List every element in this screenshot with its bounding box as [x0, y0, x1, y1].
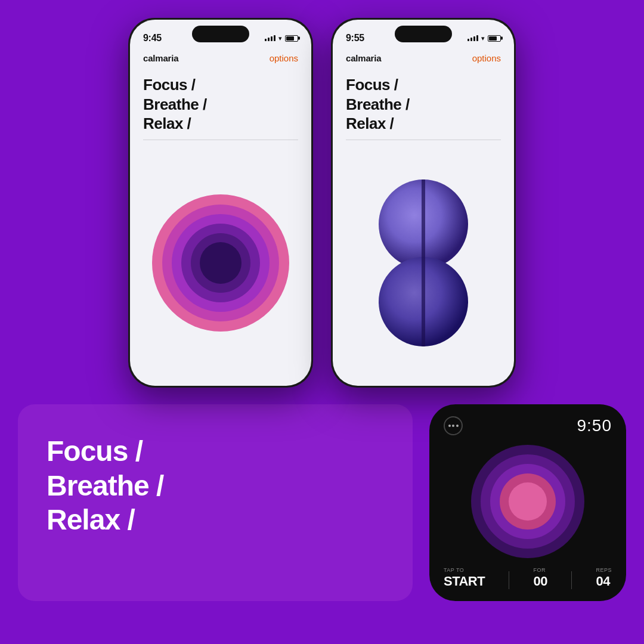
svg-rect-3: [422, 179, 425, 269]
svg-rect-5: [422, 257, 425, 346]
for-label: FOR: [534, 567, 547, 573]
phone-2-hero-text: Focus /Breathe /Relax /: [346, 75, 501, 134]
concentric-circles: [152, 194, 289, 332]
phone-1-visual: [130, 140, 311, 386]
status-bar-2: 9:55 ▾: [333, 20, 514, 48]
status-icons-2: ▾: [467, 35, 501, 42]
figure8-svg: [370, 179, 477, 346]
battery-icon: [285, 35, 298, 42]
phone-1-options[interactable]: options: [270, 53, 298, 63]
watch-card: 9:50 TAP TO START FOR 00 REPS 04: [429, 404, 626, 601]
phone-2-options[interactable]: options: [472, 53, 501, 63]
phone-1-hero-text: Focus /Breathe /Relax /: [143, 75, 298, 134]
watch-divider-2: [571, 571, 572, 589]
for-group: FOR 00: [534, 567, 547, 589]
watch-divider-1: [509, 571, 509, 589]
reps-group: REPS 04: [596, 567, 612, 589]
phone-2: 9:55 ▾ calmaria options Focus /Breathe /…: [331, 18, 516, 388]
purple-card-text: Focus /Breathe /Relax /: [47, 434, 163, 537]
watch-top-row: 9:50: [444, 416, 612, 435]
bottom-row: Focus /Breathe /Relax / 9:50 TAP TO STAR…: [18, 404, 626, 601]
phone-1-logo: calmaria: [143, 53, 178, 63]
wifi-icon: ▾: [278, 35, 282, 42]
signal-icon: [265, 35, 275, 41]
reps-value: 04: [596, 574, 612, 589]
phone-1: 9:45 ▾ calmaria options Focus /Breathe /…: [128, 18, 313, 388]
circle-6: [200, 242, 242, 284]
dynamic-island-1: [192, 26, 249, 42]
dots-icon: [448, 425, 459, 427]
dynamic-island-2: [395, 26, 452, 42]
status-icons-1: ▾: [265, 35, 298, 42]
for-value: 00: [534, 574, 547, 589]
wifi-icon-2: ▾: [481, 35, 485, 42]
battery-icon-2: [488, 35, 501, 42]
phone-1-hero: Focus /Breathe /Relax /: [130, 67, 311, 140]
status-bar-1: 9:45 ▾: [130, 20, 311, 48]
signal-icon-2: [467, 35, 478, 41]
purple-card: Focus /Breathe /Relax /: [18, 404, 413, 601]
phone-1-header: calmaria options: [130, 48, 311, 67]
watch-bottom: TAP TO START FOR 00 REPS 04: [444, 564, 612, 589]
watch-menu-button[interactable]: [444, 416, 463, 435]
phone-2-time: 9:55: [346, 33, 364, 44]
phone-2-visual: [333, 140, 514, 386]
tap-to-label: TAP TO: [444, 567, 485, 573]
phones-row: 9:45 ▾ calmaria options Focus /Breathe /…: [18, 18, 626, 388]
watch-visual: [444, 439, 612, 564]
watch-ring-5: [509, 482, 547, 521]
watch-time: 9:50: [577, 416, 612, 435]
phone-2-logo: calmaria: [346, 53, 381, 63]
phone-2-header: calmaria options: [333, 48, 514, 67]
phone-2-hero: Focus /Breathe /Relax /: [333, 67, 514, 140]
tap-to-start-group: TAP TO START: [444, 567, 485, 589]
reps-label: REPS: [596, 567, 612, 573]
start-label[interactable]: START: [444, 574, 485, 589]
phone-1-time: 9:45: [143, 33, 162, 44]
